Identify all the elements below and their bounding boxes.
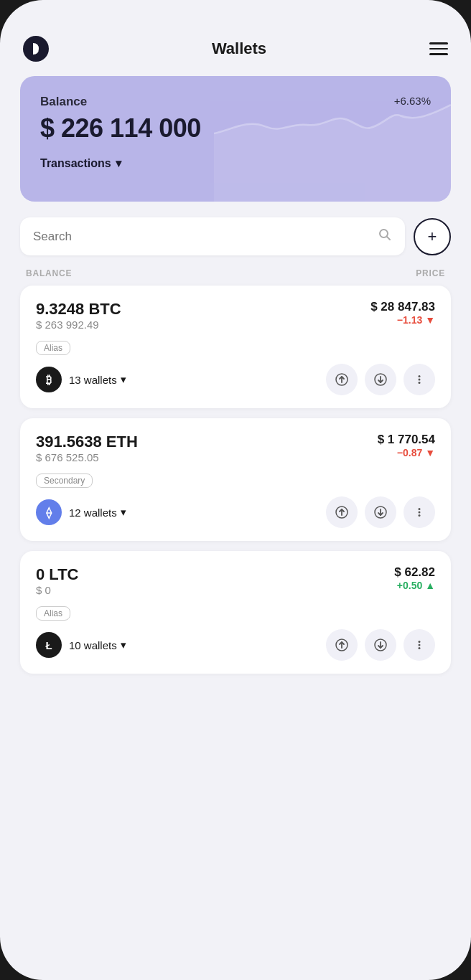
- coin-amount-ltc: 0 LTC $ 0: [36, 565, 78, 603]
- phone-frame: Wallets Balance +6.63% $ 226 114 000 Tra…: [0, 0, 471, 980]
- coin-list: 9.3248 BTC $ 263 992.49 $ 28 847.83 −1.1…: [20, 286, 451, 674]
- svg-point-8: [419, 379, 421, 381]
- eth-receive-button[interactable]: [365, 496, 396, 528]
- svg-point-9: [419, 382, 421, 384]
- ltc-logo: Ł: [36, 632, 62, 658]
- btc-receive-button[interactable]: [365, 364, 396, 395]
- coin-top-btc: 9.3248 BTC $ 263 992.49 $ 28 847.83 −1.1…: [36, 300, 435, 338]
- sparkline-chart: [214, 76, 451, 202]
- menu-button[interactable]: [429, 42, 448, 55]
- receive-icon: [374, 506, 387, 519]
- ltc-receive-button[interactable]: [365, 629, 396, 661]
- column-headers: BALANCE PRICE: [20, 268, 451, 286]
- svg-point-21: [419, 641, 421, 643]
- eth-amount: 391.5638 ETH: [36, 433, 138, 451]
- eth-change: −0.87 ▼: [378, 447, 435, 458]
- chevron-down-icon: ▾: [121, 373, 126, 386]
- more-icon: [413, 639, 426, 651]
- eth-actions: [326, 496, 435, 528]
- ltc-alias: Alias: [36, 606, 70, 621]
- btc-logo: ₿: [36, 367, 62, 392]
- send-icon: [335, 373, 348, 386]
- eth-send-button[interactable]: [326, 496, 358, 528]
- search-row: +: [20, 217, 451, 255]
- page-title: Wallets: [212, 39, 266, 58]
- ltc-send-button[interactable]: [326, 629, 358, 661]
- send-icon: [335, 506, 348, 519]
- more-icon: [413, 506, 426, 519]
- svg-point-15: [419, 512, 421, 514]
- btc-price: $ 28 847.83: [370, 300, 435, 314]
- ltc-price-col: $ 62.82 +0.50 ▲: [394, 565, 435, 591]
- search-icon: [378, 227, 392, 245]
- btc-more-button[interactable]: [404, 364, 435, 395]
- receive-icon: [374, 373, 387, 386]
- chevron-down-icon: ▾: [116, 156, 121, 170]
- btc-identity: ₿ 13 wallets ▾: [36, 367, 126, 392]
- ltc-change: +0.50 ▲: [394, 580, 435, 591]
- ltc-wallets[interactable]: 10 wallets ▾: [69, 639, 126, 651]
- eth-logo: ⟠: [36, 499, 62, 525]
- send-icon: [335, 639, 348, 651]
- svg-point-14: [419, 508, 421, 510]
- btc-change: −1.13 ▼: [370, 314, 435, 326]
- more-icon: [413, 373, 426, 386]
- eth-bottom: ⟠ 12 wallets ▾: [36, 496, 435, 528]
- ltc-amount: 0 LTC: [36, 565, 78, 584]
- header: Wallets: [20, 36, 451, 62]
- eth-price: $ 1 770.54: [378, 433, 435, 447]
- logo-icon: [23, 36, 49, 62]
- ltc-price: $ 62.82: [394, 565, 435, 580]
- add-wallet-button[interactable]: +: [414, 218, 451, 255]
- btc-price-col: $ 28 847.83 −1.13 ▼: [370, 300, 435, 326]
- coin-card-eth: 391.5638 ETH $ 676 525.05 $ 1 770.54 −0.…: [20, 418, 451, 541]
- btc-actions: [326, 364, 435, 395]
- svg-point-22: [419, 644, 421, 646]
- transactions-button[interactable]: Transactions ▾: [40, 156, 121, 170]
- coin-top-eth: 391.5638 ETH $ 676 525.05 $ 1 770.54 −0.…: [36, 433, 435, 471]
- svg-point-7: [419, 375, 421, 377]
- search-box: [20, 217, 405, 255]
- svg-point-16: [419, 514, 421, 517]
- chevron-down-icon: ▾: [121, 639, 126, 651]
- ltc-identity: Ł 10 wallets ▾: [36, 632, 126, 658]
- btc-usd: $ 263 992.49: [36, 319, 121, 331]
- transactions-label: Transactions: [40, 157, 111, 170]
- balance-label: Balance: [40, 95, 87, 109]
- eth-usd: $ 676 525.05: [36, 451, 138, 463]
- svg-line-2: [387, 237, 391, 240]
- coin-card-btc: 9.3248 BTC $ 263 992.49 $ 28 847.83 −1.1…: [20, 286, 451, 408]
- btc-bottom: ₿ 13 wallets ▾: [36, 364, 435, 395]
- balance-card: Balance +6.63% $ 226 114 000 Transaction…: [20, 76, 451, 202]
- ltc-actions: [326, 629, 435, 661]
- btc-wallets[interactable]: 13 wallets ▾: [69, 373, 126, 386]
- eth-more-button[interactable]: [404, 496, 435, 528]
- ltc-bottom: Ł 10 wallets ▾: [36, 629, 435, 661]
- eth-identity: ⟠ 12 wallets ▾: [36, 499, 126, 525]
- receive-icon: [374, 639, 387, 651]
- coin-card-ltc: 0 LTC $ 0 $ 62.82 +0.50 ▲ Alias Ł 10 wal…: [20, 551, 451, 674]
- price-col-header: PRICE: [416, 268, 445, 278]
- ltc-usd: $ 0: [36, 584, 78, 596]
- chevron-down-icon: ▾: [121, 506, 126, 519]
- balance-col-header: BALANCE: [26, 268, 72, 278]
- coin-top-ltc: 0 LTC $ 0 $ 62.82 +0.50 ▲: [36, 565, 435, 603]
- btc-send-button[interactable]: [326, 364, 358, 395]
- btc-amount: 9.3248 BTC: [36, 300, 121, 319]
- btc-alias: Alias: [36, 341, 70, 355]
- ltc-more-button[interactable]: [404, 629, 435, 661]
- svg-point-23: [419, 647, 421, 649]
- search-input[interactable]: [33, 230, 369, 244]
- eth-alias: Secondary: [36, 473, 93, 488]
- eth-wallets[interactable]: 12 wallets ▾: [69, 506, 126, 519]
- coin-amount-eth: 391.5638 ETH $ 676 525.05: [36, 433, 138, 471]
- coin-amount-btc: 9.3248 BTC $ 263 992.49: [36, 300, 121, 338]
- eth-price-col: $ 1 770.54 −0.87 ▼: [378, 433, 435, 458]
